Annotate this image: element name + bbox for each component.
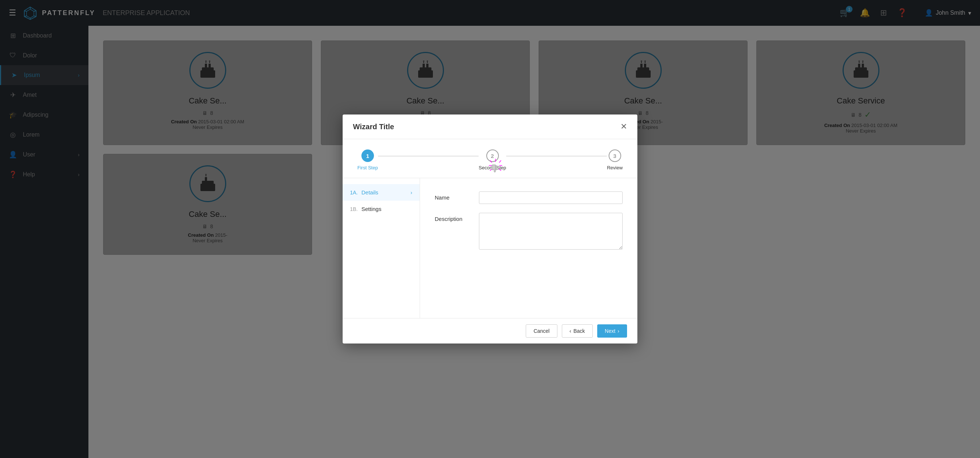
step-2-item: 2 Second Step <box>479 149 506 170</box>
step-2-label: Second Step <box>479 165 506 170</box>
back-button[interactable]: ‹ Back <box>562 324 593 338</box>
wizard-nav-settings[interactable]: 1B. Settings <box>343 201 420 217</box>
wizard-form-content: Name Description <box>420 178 637 318</box>
step-line-2-3 <box>506 156 607 157</box>
modal-header: Wizard Title ✕ <box>343 114 637 139</box>
modal-title: Wizard Title <box>353 123 394 131</box>
wizard-sidebar: 1A. Details › 1B. Settings <box>343 178 420 318</box>
next-label: Next <box>605 328 616 334</box>
svg-line-46 <box>499 160 501 162</box>
modal-overlay: Wizard Title ✕ 1 First Step 2 Second Ste… <box>0 0 980 458</box>
step-1-label: First Step <box>357 165 378 170</box>
form-label-name: Name <box>435 192 479 201</box>
wizard-modal: Wizard Title ✕ 1 First Step 2 Second Ste… <box>343 114 637 344</box>
nav-label-settings: Settings <box>361 206 381 212</box>
form-label-description: Description <box>435 213 479 222</box>
nav-chevron-details: › <box>410 190 412 195</box>
nav-prefix-1a: 1A. <box>350 190 358 195</box>
wizard-steps: 1 First Step 2 Second Step <box>343 139 637 178</box>
step-3-item: 3 Review <box>607 149 623 170</box>
form-row-description: Description <box>435 213 623 250</box>
step-3-label: Review <box>607 165 623 170</box>
wizard-nav-details[interactable]: 1A. Details › <box>343 184 420 201</box>
modal-footer: Cancel ‹ Back Next › <box>343 318 637 344</box>
step-3-circle[interactable]: 3 <box>609 149 621 162</box>
step-1-circle[interactable]: 1 <box>361 149 374 162</box>
nav-label-details: Details <box>361 189 379 195</box>
nav-prefix-1b: 1B. <box>350 206 358 212</box>
modal-close-button[interactable]: ✕ <box>620 122 627 132</box>
back-label: Back <box>573 328 585 334</box>
next-chevron-icon: › <box>617 328 619 334</box>
step-1-item: 1 First Step <box>357 149 378 170</box>
step-line-1-2 <box>378 156 479 157</box>
form-input-name[interactable] <box>479 192 623 204</box>
form-textarea-description[interactable] <box>479 213 623 250</box>
wizard-body: 1A. Details › 1B. Settings Name Descript… <box>343 178 637 318</box>
back-chevron-icon: ‹ <box>570 328 571 334</box>
next-button[interactable]: Next › <box>597 324 627 338</box>
form-row-name: Name <box>435 192 623 204</box>
step-2-circle[interactable]: 2 <box>486 149 499 162</box>
cancel-button[interactable]: Cancel <box>526 324 557 338</box>
